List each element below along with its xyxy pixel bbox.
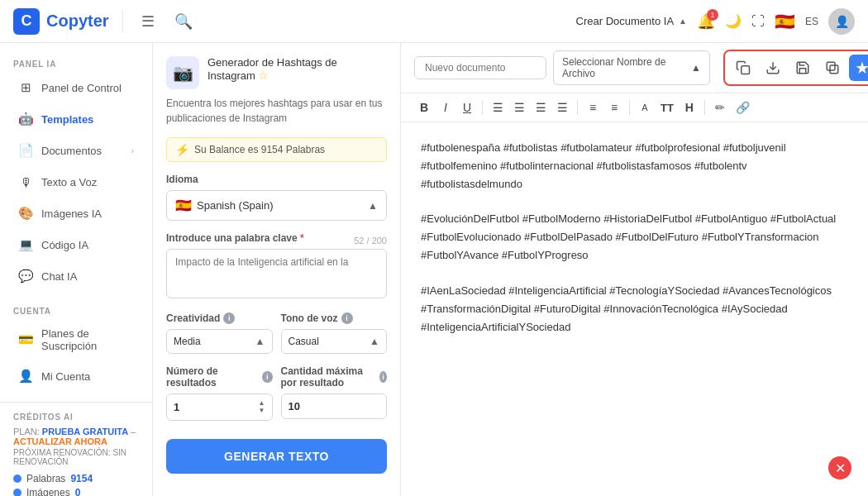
app-name: Copyter [46,12,109,31]
crear-documento-btn[interactable]: Crear Documento IA ▲ [576,15,687,27]
format-bold-button[interactable]: B [414,98,434,117]
template-icon: 📷 [166,56,199,89]
editor-paragraph-1: #futbolenespaña #futbolistas #futbolamat… [421,139,848,193]
app-logo[interactable]: C Copyter [13,8,109,35]
search-icon[interactable]: 🔍 [169,9,198,34]
num-max-row: Número de resultados i 1 ▲ ▼ Cantidad má… [166,365,387,421]
plan-sep: – [131,427,136,436]
imagenes-label: Imágenes [26,487,70,496]
format-align-right-button[interactable]: ☰ [531,98,551,117]
num-resultados-label-row: Número de resultados i [166,365,273,389]
sidebar-item-codigo[interactable]: 💻 Código IA [5,230,147,260]
expand-icon[interactable]: ⛶ [751,14,765,29]
prueba-gratuita-link[interactable]: PRUEBA GRATUITA [42,427,128,436]
max-resultado-label-row: Cantidad máxima por resultado i [281,365,388,389]
tono-info-icon[interactable]: i [341,312,353,324]
creatividad-select[interactable]: Media ▲ [166,329,273,354]
num-down-arrow[interactable]: ▼ [259,408,265,414]
num-up-arrow[interactable]: ▲ [259,400,265,407]
select-archivo-dropdown[interactable]: Seleccionar Nombre de Archivo ▲ [553,50,710,85]
sidebar-item-mi-cuenta[interactable]: 👤 Mi Cuenta [5,361,147,391]
sidebar-item-texto-voz[interactable]: 🎙 Texto a Voz [5,167,147,197]
format-align-left-button[interactable]: ☰ [488,98,508,117]
idioma-value-group: 🇪🇸 Spanish (Spain) [175,198,274,213]
sidebar-label-texto-voz: Texto a Voz [41,176,97,188]
idioma-value: Spanish (Spain) [197,199,274,212]
generar-texto-button[interactable]: GENERAR TEXTO [166,439,387,474]
sidebar-label-templates: Templates [41,113,93,126]
sidebar-label-chat: Chat IA [41,270,77,283]
tono-field: Tono de voz i Casual ▲ [281,312,388,354]
num-resultados-input[interactable]: 1 ▲ ▼ [166,393,273,421]
format-link-button[interactable]: 🔗 [732,98,754,117]
creditos-ai-label: CRÉDITOS AI [13,413,139,422]
menu-icon[interactable]: ☰ [136,9,160,34]
template-header: 📷 Generador de Hashtags de Instagram ☆ [166,56,387,89]
idioma-select[interactable]: 🇪🇸 Spanish (Spain) ▲ [166,190,387,221]
plan-label-row: PLAN: PRUEBA GRATUITA – ACTUALIZAR AHORA [13,427,139,446]
balance-badge: ⚡ Su Balance es 9154 Palabras [166,137,387,162]
flag-icon[interactable]: 🇪🇸 [775,12,795,31]
close-editor-button[interactable]: ✕ [828,456,851,479]
sidebar-item-templates[interactable]: 🤖 Templates [5,104,147,134]
select-archivo-label: Seleccionar Nombre de Archivo [562,56,691,79]
format-list-ul-button[interactable]: ≡ [604,98,624,117]
cuenta-label: CUENTA [0,300,152,319]
balance-icon: ⚡ [175,143,189,156]
editor-para-text-3: #IAenLaSociedad #InteligenciaArtificial … [421,282,848,336]
format-list-ol-button[interactable]: ≡ [583,98,603,117]
sidebar-item-planes[interactable]: 💳 Planes de Suscripción [5,320,147,360]
svg-rect-0 [742,66,750,74]
format-heading-button[interactable]: H [680,98,699,117]
palabra-clave-field: Introduce una palabra clave * 52 / 200 [166,232,387,301]
user-avatar[interactable]: 👤 [828,8,855,35]
notification-bell[interactable]: 🔔 1 [697,12,715,31]
format-font-size-down-button[interactable]: A [635,100,655,115]
editor-para-text-1: #futbolenespaña #futbolistas #futbolamat… [421,139,848,193]
editor-content-area[interactable]: #futbolenespaña #futbolistas #futbolamat… [401,122,868,496]
actualizar-link[interactable]: ACTUALIZAR AHORA [13,436,107,446]
num-resultados-value: 1 [174,401,179,413]
navbar-right: Crear Documento IA ▲ 🔔 1 🌙 ⛶ 🇪🇸 ES 👤 [207,8,855,35]
creatividad-label: Creatividad [166,312,220,324]
num-resultados-info-icon[interactable]: i [262,371,272,383]
ai-action-button[interactable] [849,55,868,81]
save-doc-button[interactable] [789,55,816,81]
format-italic-button[interactable]: I [436,98,455,117]
doc-name-input[interactable] [414,56,546,79]
format-align-center-button[interactable]: ☰ [509,98,529,117]
sidebar-label-codigo: Código IA [41,239,88,251]
creatividad-info-icon[interactable]: i [223,312,235,324]
max-resultado-info-icon[interactable]: i [379,371,387,383]
max-resultado-input[interactable]: 10 [281,393,388,419]
max-resultado-field: Cantidad máxima por resultado i 10 [281,365,388,421]
format-align-justify-button[interactable]: ☰ [552,98,572,117]
copy-doc-button[interactable] [730,55,756,81]
format-underline-button[interactable]: U [457,98,477,117]
sidebar-label-mi-cuenta: Mi Cuenta [41,370,90,383]
sidebar-item-imagenes[interactable]: 🎨 Imágenes IA [5,198,147,228]
template-star-icon[interactable]: ☆ [258,69,269,82]
editor-para-text-2: #EvoluciónDelFutbol #FutbolModerno #Hist… [421,210,848,265]
sidebar-item-documentos[interactable]: 📄 Documentos › [5,136,147,165]
format-font-size-up-button[interactable]: TT [656,99,678,117]
duplicate-doc-button[interactable] [819,55,846,81]
sidebar-label-documentos: Documentos [41,145,102,157]
download-doc-button[interactable] [760,55,786,81]
tono-select[interactable]: Casual ▲ [281,329,388,354]
creatividad-tono-row: Creatividad i Media ▲ Tono de voz i Casu… [166,312,387,354]
panel-ia-label: PANEL IA [0,53,152,72]
palabra-clave-input[interactable] [166,249,387,298]
sidebar-item-panel-control[interactable]: ⊞ Panel de Control [5,73,147,103]
required-marker: * [300,232,304,244]
palabras-dot [13,475,21,483]
lang-label[interactable]: ES [805,16,818,27]
sidebar-item-chat[interactable]: 💬 Chat IA [5,261,147,291]
navbar: C Copyter ☰ 🔍 Crear Documento IA ▲ 🔔 1 🌙… [0,0,868,43]
action-icons-group [723,50,868,86]
format-brush-button[interactable]: ✏ [710,98,730,117]
idioma-flag: 🇪🇸 [175,198,192,213]
creatividad-value: Media [174,336,201,347]
dark-mode-icon[interactable]: 🌙 [725,13,742,29]
grid-icon: ⊞ [18,80,33,95]
